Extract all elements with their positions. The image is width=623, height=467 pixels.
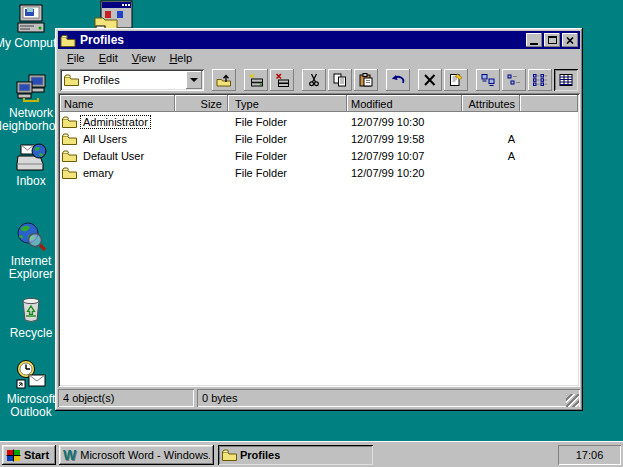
file-name[interactable]: All Users	[81, 133, 129, 145]
file-size	[175, 113, 228, 130]
taskbar: Start W Microsoft Word - Windows... Prof…	[0, 441, 623, 467]
file-list: Name Size Type Modified Attributes Admin…	[58, 93, 580, 387]
copy-button[interactable]	[328, 69, 352, 91]
copy-icon	[332, 73, 348, 87]
map-network-drive-icon	[248, 73, 264, 87]
minimize-button[interactable]	[526, 33, 542, 47]
menu-edit[interactable]: Edit	[94, 51, 127, 65]
large-icons-view-button[interactable]	[476, 69, 500, 91]
folder-icon	[62, 133, 77, 145]
window-title: Profiles	[80, 33, 526, 47]
inbox-icon	[15, 140, 47, 172]
undo-button[interactable]	[386, 69, 410, 91]
desktop-icon-label: Inbox	[16, 175, 45, 188]
undo-icon	[390, 73, 406, 87]
details-view-button[interactable]	[554, 69, 578, 91]
column-header-name[interactable]: Name	[60, 95, 175, 112]
clock: 17:06	[576, 449, 604, 461]
properties-icon	[448, 73, 464, 87]
toolbar: Profiles	[58, 66, 580, 93]
file-size	[175, 164, 228, 181]
status-object-count: 4 object(s)	[63, 392, 114, 404]
titlebar[interactable]: Profiles	[58, 31, 580, 49]
large-icons-icon	[480, 73, 496, 87]
up-one-level-icon	[216, 73, 232, 87]
start-label: Start	[24, 449, 49, 461]
scissors-icon	[306, 73, 322, 87]
windows-logo-icon	[6, 449, 21, 462]
file-attributes	[462, 113, 520, 130]
close-icon[interactable]	[562, 33, 578, 47]
network-neighborhood-icon	[15, 72, 47, 104]
resize-grip[interactable]	[566, 394, 579, 407]
up-one-level-button[interactable]	[212, 69, 236, 91]
internet-explorer-icon	[15, 220, 47, 252]
details-icon	[558, 73, 574, 87]
delete-button[interactable]	[418, 69, 442, 91]
file-name[interactable]: Administrator	[81, 116, 150, 128]
file-type: File Folder	[228, 164, 347, 181]
file-size	[175, 130, 228, 147]
word-icon: W	[63, 448, 76, 462]
cut-button[interactable]	[302, 69, 326, 91]
list-icon	[532, 73, 548, 87]
file-type: File Folder	[228, 130, 347, 147]
desktop-icon-label: Recycle	[10, 327, 53, 340]
folder-icon	[62, 150, 77, 162]
menu-help[interactable]: Help	[164, 51, 201, 65]
address-combobox[interactable]: Profiles	[60, 69, 204, 91]
file-attributes	[462, 164, 520, 181]
column-header-size[interactable]: Size	[175, 95, 228, 112]
file-name[interactable]: Default User	[81, 150, 146, 162]
microsoft-outlook-icon	[15, 358, 47, 390]
task-button-word[interactable]: W Microsoft Word - Windows...	[59, 445, 214, 465]
file-type: File Folder	[228, 113, 347, 130]
list-view-button[interactable]	[528, 69, 552, 91]
status-bar: 4 object(s) 0 bytes	[58, 389, 580, 408]
column-header-type[interactable]: Type	[228, 95, 347, 112]
task-button-profiles[interactable]: Profiles	[218, 445, 373, 465]
folder-icon	[60, 34, 76, 47]
file-name[interactable]: emary	[81, 167, 116, 179]
file-attributes: A	[462, 130, 520, 147]
file-list-body: Administrator File Folder 12/07/99 10:30…	[58, 112, 580, 387]
folder-icon	[62, 116, 77, 128]
column-header-attributes[interactable]: Attributes	[462, 95, 520, 112]
file-row-all-users[interactable]: All Users File Folder 12/07/99 19:58 A	[60, 130, 578, 147]
column-headers: Name Size Type Modified Attributes	[60, 95, 578, 112]
column-header-filler	[520, 95, 578, 112]
folder-icon	[64, 74, 79, 86]
folder-icon	[222, 449, 237, 461]
profiles-window: Profiles File Edit View Help Profiles	[55, 28, 583, 411]
delete-x-icon	[422, 73, 438, 87]
file-row-emary[interactable]: emary File Folder 12/07/99 10:20	[60, 164, 578, 181]
properties-button[interactable]	[444, 69, 468, 91]
disconnect-network-drive-icon	[274, 73, 290, 87]
paste-icon	[358, 73, 374, 87]
folder-icon	[62, 167, 77, 179]
status-size: 0 bytes	[202, 392, 237, 404]
maximize-button[interactable]	[544, 33, 560, 47]
file-modified: 12/07/99 10:20	[347, 164, 462, 181]
file-size	[175, 147, 228, 164]
start-button[interactable]: Start	[2, 445, 56, 465]
my-computer-icon	[15, 2, 47, 34]
paste-button[interactable]	[354, 69, 378, 91]
file-row-default-user[interactable]: Default User File Folder 12/07/99 10:07 …	[60, 147, 578, 164]
column-header-modified[interactable]: Modified	[347, 95, 462, 112]
chevron-down-icon	[190, 78, 198, 82]
file-modified: 12/07/99 19:58	[347, 130, 462, 147]
menu-view[interactable]: View	[127, 51, 165, 65]
small-icons-view-button[interactable]	[502, 69, 526, 91]
menu-file[interactable]: File	[62, 51, 94, 65]
disconnect-network-drive-button[interactable]	[270, 69, 294, 91]
file-row-administrator[interactable]: Administrator File Folder 12/07/99 10:30	[60, 113, 578, 130]
task-label: Profiles	[240, 449, 280, 461]
task-label: Microsoft Word - Windows...	[80, 449, 210, 461]
file-modified: 12/07/99 10:07	[347, 147, 462, 164]
combobox-dropdown-button[interactable]	[186, 71, 202, 89]
file-modified: 12/07/99 10:30	[347, 113, 462, 130]
clock-tray: 17:06	[558, 445, 621, 465]
small-icons-icon	[506, 73, 522, 87]
map-network-drive-button[interactable]	[244, 69, 268, 91]
